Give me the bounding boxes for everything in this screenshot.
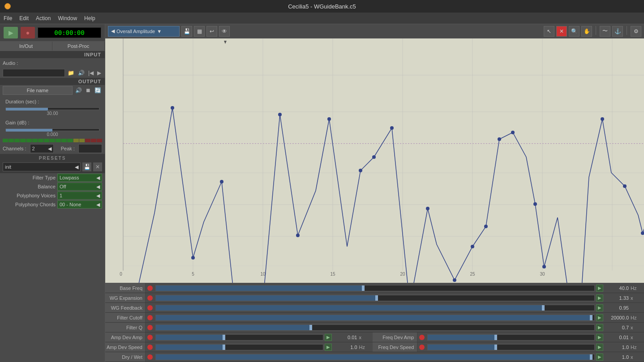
filter-cutoff-arrow[interactable]: ▶: [596, 314, 603, 321]
envelope-selector[interactable]: ◀ Overall Amplitude ▼: [108, 26, 180, 37]
freq-dev-amp-unit: x: [631, 335, 644, 340]
menu-help[interactable]: Help: [84, 15, 95, 21]
toolbar-settings-btn[interactable]: ⚙: [631, 26, 641, 37]
filter-q-dot[interactable]: [147, 325, 153, 330]
filename-button[interactable]: File name: [3, 86, 73, 95]
base-freq-dot[interactable]: [147, 285, 153, 291]
amp-dev-amp-arrow[interactable]: ▶: [325, 334, 332, 341]
polyphony-chords-select[interactable]: 00 - None ◀: [57, 200, 102, 209]
amp-dev-speed-arrow[interactable]: ▶: [325, 344, 332, 351]
toolbar-zoom-btn[interactable]: 🔍: [569, 26, 580, 37]
envelope-svg[interactable]: 0 5 10 15 20 25 30: [105, 38, 644, 283]
toolbar-select-btn[interactable]: ✕: [556, 26, 567, 37]
base-freq-slider[interactable]: [155, 285, 595, 291]
wg-feedback-slider[interactable]: [155, 305, 595, 311]
toolbar-anchor-btn[interactable]: ⚓: [612, 26, 623, 37]
ctrl-point[interactable]: [533, 202, 537, 206]
audio-row: Audio :: [0, 58, 105, 68]
presets-section: PRESETS init ◀ 💾 ✕: [0, 154, 105, 173]
envelope-graph[interactable]: 1.0 0.8 0.6 0.4 0.2 0.0: [105, 38, 644, 283]
wg-expansion-dot[interactable]: [147, 295, 153, 301]
amp-dev-speed-dot[interactable]: [147, 345, 153, 350]
amp-dev-speed-label: Amp Dev Speed: [105, 342, 146, 352]
toolbar-pointer-btn[interactable]: ↖: [544, 26, 554, 37]
dry-wet-slider[interactable]: [155, 354, 595, 360]
preset-delete-btn[interactable]: ✕: [93, 162, 102, 171]
audio-open-btn[interactable]: 📁: [67, 70, 75, 76]
output-stop-btn[interactable]: ⏹: [85, 87, 92, 94]
envelope-save-btn[interactable]: 💾: [181, 26, 192, 37]
dry-wet-dot[interactable]: [147, 354, 153, 360]
toolbar-wave-btn[interactable]: 〜: [600, 26, 610, 37]
macos-close-btn[interactable]: [4, 3, 11, 9]
filter-type-select[interactable]: Lowpass ◀: [57, 174, 102, 182]
filter-q-slider[interactable]: [155, 324, 595, 331]
audio-speaker-btn[interactable]: 🔊: [77, 70, 86, 76]
ctrl-point[interactable]: [601, 117, 604, 121]
output-refresh-btn[interactable]: 🔄: [94, 87, 102, 94]
ctrl-point[interactable]: [296, 234, 300, 237]
audio-file-input[interactable]: [3, 69, 65, 77]
freq-dev-speed-arrow[interactable]: ▶: [596, 344, 603, 351]
filter-cutoff-unit: Hz: [631, 315, 644, 320]
balance-select[interactable]: Off ◀: [57, 183, 102, 191]
wg-expansion-slider[interactable]: [155, 295, 595, 301]
amp-dev-amp-dot[interactable]: [147, 335, 153, 340]
duration-slider[interactable]: [5, 107, 99, 110]
ctrl-point[interactable]: [484, 225, 488, 228]
menu-window[interactable]: Window: [58, 15, 77, 21]
ctrl-point[interactable]: [171, 106, 174, 110]
tab-inout[interactable]: In/Out: [0, 42, 52, 51]
preset-select[interactable]: init ◀: [3, 162, 81, 171]
freq-dev-amp-slider[interactable]: [427, 334, 595, 341]
wg-feedback-arrow[interactable]: ▶: [596, 304, 603, 311]
channels-select[interactable]: 2 ◀: [30, 144, 54, 153]
preset-save-btn[interactable]: 💾: [82, 162, 91, 171]
ctrl-point[interactable]: [220, 180, 223, 183]
amp-dev-amp-slider[interactable]: [155, 334, 323, 341]
record-button[interactable]: ●: [21, 27, 35, 38]
envelope-grid-btn[interactable]: ▦: [194, 26, 205, 37]
envelope-undo-btn[interactable]: ↩: [206, 26, 217, 37]
tab-postproc[interactable]: Post-Proc: [52, 42, 105, 51]
filter-cutoff-slider[interactable]: [155, 315, 595, 321]
ctrl-point[interactable]: [191, 256, 195, 260]
toolbar-hand-btn[interactable]: ✋: [581, 26, 592, 37]
polyphony-voices-select[interactable]: 1 ◀: [57, 192, 102, 200]
freq-dev-amp-dot[interactable]: [419, 335, 425, 340]
ctrl-point[interactable]: [426, 207, 429, 210]
ctrl-point[interactable]: [278, 113, 282, 116]
ctrl-point[interactable]: [511, 131, 515, 134]
menu-action[interactable]: Action: [36, 15, 51, 21]
filter-cutoff-dot[interactable]: [147, 315, 153, 320]
ctrl-point[interactable]: [623, 184, 627, 188]
amp-dev-speed-slider[interactable]: [155, 344, 323, 350]
filter-q-arrow[interactable]: ▶: [596, 324, 603, 331]
freq-dev-speed-slider[interactable]: [427, 344, 595, 350]
wg-expansion-arrow[interactable]: ▶: [596, 294, 603, 302]
ctrl-point[interactable]: [390, 126, 394, 130]
dry-wet-arrow[interactable]: ▶: [596, 353, 603, 361]
wg-feedback-dot[interactable]: [147, 305, 153, 311]
play-button[interactable]: ▶: [4, 27, 18, 38]
ctrl-point[interactable]: [372, 155, 376, 159]
ctrl-point[interactable]: [471, 245, 474, 248]
menu-edit[interactable]: Edit: [19, 15, 29, 21]
ctrl-point[interactable]: [498, 137, 501, 141]
ctrl-point[interactable]: [542, 265, 546, 268]
dry-wet-value: 1.0: [604, 354, 631, 360]
ctrl-point[interactable]: [359, 169, 362, 172]
audio-play-btn[interactable]: ▶: [96, 70, 102, 76]
menu-file[interactable]: File: [4, 15, 12, 21]
freq-dev-speed-dot[interactable]: [419, 345, 425, 350]
preset-arrow: ◀: [75, 164, 78, 170]
freq-dev-amp-arrow[interactable]: ▶: [596, 334, 603, 341]
base-freq-arrow[interactable]: ▶: [596, 285, 603, 292]
ctrl-point[interactable]: [327, 117, 331, 121]
envelope-eye-btn[interactable]: 👁: [219, 26, 230, 37]
ctrl-point[interactable]: [453, 278, 456, 282]
output-speaker-btn[interactable]: 🔊: [74, 87, 83, 94]
gain-slider[interactable]: [5, 128, 99, 131]
balance-row: Balance Off ◀: [0, 182, 105, 191]
audio-rewind-btn[interactable]: |◀: [87, 70, 94, 76]
